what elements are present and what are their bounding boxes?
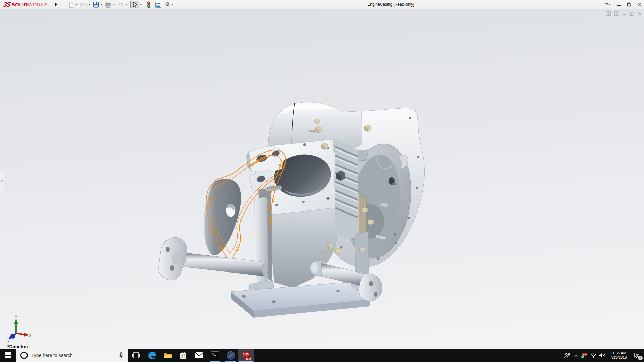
save-caret-icon[interactable]: ▼ xyxy=(100,3,103,6)
undo-button[interactable] xyxy=(117,1,125,9)
restore-button[interactable] xyxy=(624,0,634,9)
print-caret-icon[interactable]: ▼ xyxy=(113,3,115,6)
store-button[interactable] xyxy=(175,349,191,362)
window-controls: ?▼ xyxy=(604,0,644,9)
open-document-button[interactable] xyxy=(79,1,88,9)
task-view-icon xyxy=(132,352,140,358)
select-arrow-icon xyxy=(131,1,138,8)
graphics-viewport[interactable]: Y X Z *Dimetric xyxy=(0,9,644,349)
doc-close-icon[interactable] xyxy=(638,12,642,16)
doc-restore-icon[interactable] xyxy=(630,12,634,16)
clock-date: 7/13/2018 xyxy=(606,355,631,360)
properties-button[interactable] xyxy=(154,1,162,9)
solidworks-monitor-tray[interactable]: SW xyxy=(580,349,589,362)
traffic-light-icon xyxy=(146,1,151,8)
action-center-button[interactable]: 3 xyxy=(631,349,644,362)
new-caret-icon[interactable]: ▼ xyxy=(75,3,78,6)
open-caret-icon[interactable]: ▼ xyxy=(88,3,91,6)
solidworks-app-icon: SW 2017 xyxy=(242,351,251,360)
rebuild-button[interactable] xyxy=(146,1,152,9)
open-folder-icon xyxy=(80,1,87,8)
help-button[interactable]: ?▼ xyxy=(604,0,614,9)
show-hidden-icons-button[interactable] xyxy=(572,349,580,362)
close-icon xyxy=(637,2,641,7)
clock-time: 11:55 AM xyxy=(606,351,631,355)
options-list-icon xyxy=(155,1,162,8)
save-button[interactable] xyxy=(92,1,100,9)
taskbar-search-box[interactable]: Type here to search xyxy=(16,349,128,362)
store-icon xyxy=(179,351,187,359)
close-button[interactable] xyxy=(634,0,644,9)
people-button[interactable] xyxy=(563,349,572,362)
document-window-controls xyxy=(606,11,642,16)
minimize-icon xyxy=(617,3,621,7)
solidworks-logo: 3S SOLIDWORKS xyxy=(3,1,48,8)
network-button[interactable] xyxy=(589,349,598,362)
start-button[interactable] xyxy=(0,349,16,362)
volume-button[interactable] xyxy=(598,349,606,362)
green-check-icon xyxy=(581,355,585,358)
notification-badge: 3 xyxy=(638,356,643,360)
title-bar: 3S SOLIDWORKS ▼ ▼ ▼ ▼ xyxy=(0,0,644,9)
command-prompt-button[interactable] xyxy=(207,349,223,362)
cortana-icon xyxy=(20,352,28,359)
feature-tree-collapsed-tab[interactable] xyxy=(0,172,4,190)
windows-logo-icon xyxy=(5,352,11,358)
print-button[interactable] xyxy=(104,1,112,9)
speaker-muted-icon xyxy=(599,353,605,358)
triad-x-label: X xyxy=(29,333,32,337)
triad-z-label: Z xyxy=(7,341,9,344)
doc-minimize-icon[interactable] xyxy=(623,12,627,16)
orientation-triad: Y X Z xyxy=(5,314,32,344)
undo-arrow-icon xyxy=(117,1,124,8)
print-icon xyxy=(105,1,112,8)
logo-text-solid: SOLID xyxy=(11,2,28,7)
new-document-button[interactable] xyxy=(67,1,75,9)
windows-taskbar: Type here to search xyxy=(0,349,644,362)
solidworks-logo-text: SOLIDWORKS xyxy=(11,2,48,7)
logo-text-works: WORKS xyxy=(28,2,48,7)
hexagon-app-icon xyxy=(226,351,235,360)
file-explorer-button[interactable] xyxy=(160,349,175,362)
command-prompt-icon xyxy=(211,351,219,359)
people-icon xyxy=(564,353,570,358)
document-title: EngineCasing [Read-only] xyxy=(349,2,433,7)
microphone-icon[interactable] xyxy=(119,352,124,359)
settings-caret-icon[interactable]: ▼ xyxy=(171,3,174,6)
quick-access-toolbar: ▼ ▼ ▼ ▼ ▼ ▼ xyxy=(67,0,175,9)
gear-icon: ⚙ xyxy=(165,1,170,8)
expand-panel-right-icon[interactable] xyxy=(614,11,619,16)
task-view-button[interactable] xyxy=(128,349,144,362)
settings-button[interactable]: ⚙ xyxy=(164,1,171,9)
taskbar-clock[interactable]: 11:55 AM 7/13/2018 xyxy=(606,351,631,360)
system-tray: SW 11:55 AM 7/13/2018 xyxy=(563,349,644,362)
side-cover-plate[interactable] xyxy=(204,179,241,255)
menu-flyout-button[interactable] xyxy=(53,1,59,8)
wifi-icon xyxy=(590,353,596,358)
edge-browser-button[interactable] xyxy=(144,349,160,362)
edge-icon xyxy=(148,351,156,360)
folder-icon xyxy=(163,352,172,359)
minimize-button[interactable] xyxy=(614,0,624,9)
mail-button[interactable] xyxy=(191,349,207,362)
solidworks-taskbar-button[interactable]: SW 2017 xyxy=(238,349,254,362)
engine-casing-model[interactable] xyxy=(148,90,433,322)
new-document-icon xyxy=(68,1,74,8)
collapse-panel-left-icon[interactable] xyxy=(606,11,611,16)
edrawings-button[interactable] xyxy=(223,349,238,362)
flyout-arrow-icon xyxy=(55,2,57,6)
select-caret-icon[interactable]: ▼ xyxy=(140,3,142,6)
save-floppy-icon xyxy=(93,1,99,8)
chevron-up-icon xyxy=(574,354,578,357)
restore-icon xyxy=(627,2,631,7)
undo-caret-icon[interactable]: ▼ xyxy=(125,3,128,6)
select-tool-button[interactable] xyxy=(130,1,139,8)
tab-grip-icon xyxy=(1,180,3,182)
solidworks-logo-mark-icon: 3S xyxy=(3,1,11,8)
help-caret-icon: ▼ xyxy=(608,3,611,6)
search-placeholder: Type here to search xyxy=(31,353,119,358)
mail-icon xyxy=(195,352,204,359)
